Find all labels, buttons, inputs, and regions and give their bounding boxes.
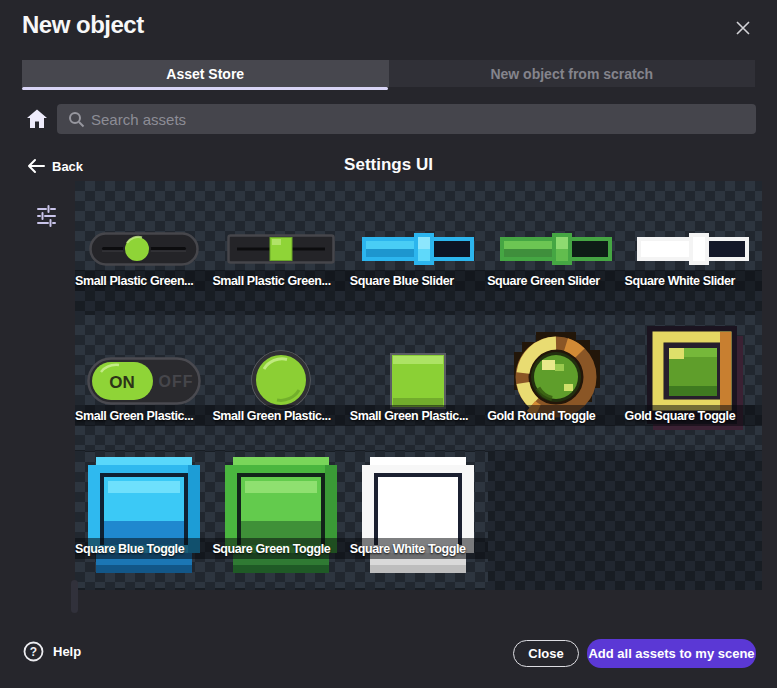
toggle-off-text: OFF [158,373,193,390]
tab-from-scratch-label: New object from scratch [490,66,653,82]
toggle-on-text: ON [109,373,135,392]
row3-label-band: Square Blue Toggle Square Green Toggle S… [75,538,488,559]
row1-label-band: Small Plastic Green... Small Plastic Gre… [75,270,762,291]
white-slider-thumbnail [637,233,749,265]
search-icon [68,111,85,128]
scrollbar-thumb[interactable] [71,580,78,613]
asset-tile-square-green-toggle[interactable] [212,452,349,588]
asset-tile-small-green-plastic-onoff-toggle[interactable]: ON OFF [75,315,212,450]
asset-tile-small-green-plastic-square-button[interactable] [350,315,487,450]
category-title: Settings UI [0,155,777,175]
tab-asset-store-label: Asset Store [166,66,244,82]
asset-tile-gold-round-toggle[interactable] [487,315,624,450]
asset-label: Gold Round Toggle [487,409,624,423]
search-input[interactable] [91,104,741,134]
asset-label: Square Blue Slider [350,274,487,288]
asset-tile-small-green-plastic-round-button[interactable] [212,315,349,450]
asset-tile-square-white-toggle[interactable] [350,452,487,588]
tab-new-object-from-scratch[interactable]: New object from scratch [389,60,756,87]
asset-label: Small Green Plastic... [212,409,349,423]
asset-label: Gold Square Toggle [625,409,762,423]
close-button[interactable]: Close [513,640,579,667]
green-circle-button-thumbnail [251,350,311,410]
home-button[interactable] [26,108,48,130]
tab-bar: Asset Store New object from scratch [22,60,755,87]
on-off-toggle-thumbnail: ON OFF [87,357,201,405]
asset-label: Square White Toggle [350,542,487,556]
asset-grid: Small Plastic Green... Small Plastic Gre… [75,181,762,590]
home-icon [26,108,48,130]
asset-row-2: ON OFF [75,315,762,450]
asset-label: Square Green Slider [487,274,624,288]
add-all-assets-button[interactable]: Add all assets to my scene [587,639,756,668]
tune-icon [34,203,58,227]
new-object-dialog: { "dialog": { "title": "New object" }, "… [0,0,777,688]
round-slider-thumbnail [89,232,199,266]
row2-label-band: Small Green Plastic... Small Green Plast… [75,405,762,426]
asset-tile-gold-square-toggle[interactable] [625,315,762,450]
asset-label: Square Blue Toggle [75,542,212,556]
asset-label: Square Green Toggle [212,542,349,556]
active-tab-indicator [22,87,388,90]
green-slider-thumbnail [500,233,612,265]
svg-text:?: ? [30,645,37,659]
help-label: Help [53,644,81,659]
asset-row-3: Square Blue Toggle Square Green Toggle S… [75,452,488,588]
asset-label: Square White Slider [625,274,762,288]
square-knob-slider-thumbnail [227,234,335,264]
help-button[interactable]: ? Help [23,641,81,662]
filter-button[interactable] [34,203,58,227]
asset-label: Small Green Plastic... [350,409,487,423]
search-bar [57,104,756,134]
tab-asset-store[interactable]: Asset Store [22,60,389,87]
asset-label: Small Plastic Green... [212,274,349,288]
green-square-button-thumbnail [390,353,446,409]
help-icon: ? [23,641,44,662]
page-title: New object [22,11,144,39]
close-button-label: Close [528,646,563,661]
blue-slider-thumbnail [362,233,474,265]
asset-label: Small Green Plastic... [75,409,212,423]
asset-row-1: Small Plastic Green... Small Plastic Gre… [75,181,762,291]
asset-tile-square-blue-toggle[interactable] [75,452,212,588]
close-icon[interactable] [731,16,755,40]
add-all-assets-label: Add all assets to my scene [588,646,754,661]
asset-label: Small Plastic Green... [75,274,212,288]
